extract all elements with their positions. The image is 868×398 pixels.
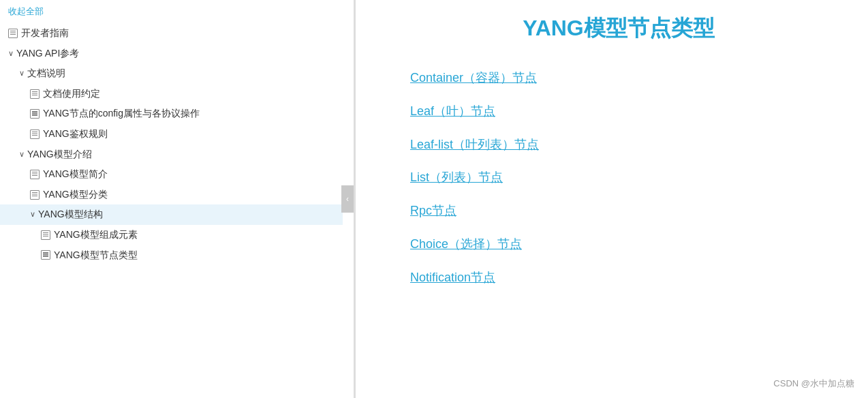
sidebar-item-yang-model-intro[interactable]: ∨ YANG模型介绍 xyxy=(0,144,343,165)
doc-icon xyxy=(8,29,18,38)
collapse-all-link[interactable]: 收起全部 xyxy=(8,6,44,16)
sidebar-item-label: 开发者指南 xyxy=(21,27,69,40)
sidebar-item-label: YANG鉴权规则 xyxy=(43,127,108,141)
content-links: Container（容器）节点 Leaf（叶）节点 Leaf-list（叶列表）… xyxy=(410,64,827,292)
sidebar-item-yang-model-classify[interactable]: YANG模型分类 xyxy=(0,185,343,205)
arrow-down-icon: ∨ xyxy=(30,209,35,219)
doc-icon xyxy=(30,109,40,119)
doc-icon xyxy=(30,89,40,99)
sidebar: 收起全部 开发者指南 ∨ YANG API参考 ∨ 文档说明 文档使用约定 YA… xyxy=(0,0,354,398)
rpc-node-link[interactable]: Rpc节点 xyxy=(410,197,827,225)
sidebar-item-label: YANG模型结构 xyxy=(38,208,103,221)
sidebar-item-yang-model-components[interactable]: YANG模型组成元素 xyxy=(0,225,343,245)
sidebar-item-doc-description[interactable]: ∨ 文档说明 xyxy=(0,63,343,84)
notification-node-link[interactable]: Notification节点 xyxy=(410,264,827,292)
sidebar-item-developer-guide[interactable]: 开发者指南 xyxy=(0,23,343,44)
sidebar-item-label: YANG模型节点类型 xyxy=(54,249,138,262)
sidebar-item-label: 文档使用约定 xyxy=(43,87,100,101)
watermark: CSDN @水中加点糖 xyxy=(773,378,854,390)
doc-icon xyxy=(41,250,50,260)
sidebar-item-label: YANG模型简介 xyxy=(43,168,108,181)
sidebar-content[interactable]: 开发者指南 ∨ YANG API参考 ∨ 文档说明 文档使用约定 YANG节点的… xyxy=(0,20,354,398)
sidebar-item-yang-model-overview[interactable]: YANG模型简介 xyxy=(0,164,343,185)
arrow-down-icon: ∨ xyxy=(8,48,14,59)
sidebar-item-yang-model-structure[interactable]: ∨ YANG模型结构 xyxy=(0,204,343,225)
collapse-icon: ‹ xyxy=(346,194,349,204)
sidebar-item-yang-auth[interactable]: YANG鉴权规则 xyxy=(0,124,343,144)
sidebar-top: 收起全部 xyxy=(0,0,354,20)
sidebar-item-label: YANG模型分类 xyxy=(43,188,108,202)
arrow-down-icon: ∨ xyxy=(19,68,25,78)
sidebar-item-label: YANG API参考 xyxy=(16,47,79,61)
sidebar-toggle-button[interactable]: ‹ xyxy=(341,185,354,213)
sidebar-item-label: YANG模型介绍 xyxy=(27,148,92,162)
sidebar-item-yang-api[interactable]: ∨ YANG API参考 xyxy=(0,44,343,64)
main-content: YANG模型节点类型 Container（容器）节点 Leaf（叶）节点 Lea… xyxy=(356,0,868,398)
doc-icon xyxy=(30,170,40,179)
doc-icon xyxy=(30,129,40,139)
container-node-link[interactable]: Container（容器）节点 xyxy=(410,64,827,92)
sidebar-item-yang-model-node-types[interactable]: YANG模型节点类型 xyxy=(0,245,343,266)
sidebar-item-label: 文档说明 xyxy=(27,67,65,80)
sidebar-item-yang-config[interactable]: YANG节点的config属性与各协议操作 xyxy=(0,104,343,124)
arrow-down-icon: ∨ xyxy=(19,149,25,159)
choice-node-link[interactable]: Choice（选择）节点 xyxy=(410,230,827,258)
sidebar-item-doc-usage[interactable]: 文档使用约定 xyxy=(0,84,343,104)
sidebar-item-label: YANG节点的config属性与各协议操作 xyxy=(43,107,200,121)
doc-icon xyxy=(30,190,40,200)
sidebar-item-label: YANG模型组成元素 xyxy=(54,228,138,242)
page-title: YANG模型节点类型 xyxy=(410,14,827,44)
leaf-node-link[interactable]: Leaf（叶）节点 xyxy=(410,97,827,125)
leaf-list-node-link[interactable]: Leaf-list（叶列表）节点 xyxy=(410,131,827,159)
list-node-link[interactable]: List（列表）节点 xyxy=(410,164,827,192)
doc-icon xyxy=(41,230,50,240)
